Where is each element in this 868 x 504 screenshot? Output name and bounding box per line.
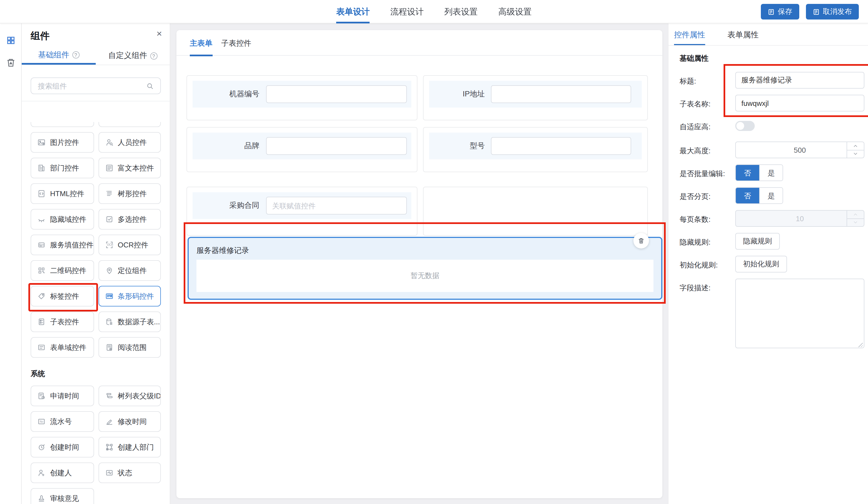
component-item-server-fill[interactable]: 服务填值控件 <box>31 234 94 255</box>
form-field-ip-address[interactable]: IP地址 <box>423 75 648 120</box>
stepper-down-button[interactable] <box>847 150 864 158</box>
component-item-barcode[interactable]: 条形码控件 <box>98 286 161 306</box>
system-item-audit-opinion[interactable]: 审核意见 <box>31 488 94 504</box>
title-input[interactable] <box>735 72 864 89</box>
subtable-name-input[interactable] <box>735 95 864 111</box>
prop-row-hide-rule: 隐藏规则: 隐藏规则 <box>680 233 868 250</box>
component-item-label: 定位组件 <box>118 265 147 275</box>
section-basic-properties: 基础属性 <box>680 53 868 63</box>
component-item-multiselect[interactable]: 多选控件 <box>98 209 161 230</box>
tab-subtable-controls[interactable]: 子表控件 <box>221 39 251 55</box>
component-item-clipped[interactable] <box>31 122 94 127</box>
component-item-location[interactable]: 定位组件 <box>98 260 161 281</box>
field-description-textarea[interactable] <box>735 279 864 348</box>
component-item-person[interactable]: 人员控件 <box>98 132 161 153</box>
system-item-status[interactable]: 状态 <box>98 463 161 483</box>
component-item-datasource-subtable[interactable]: 数据源子表... <box>98 312 161 332</box>
system-item-tree-parent-id[interactable]: 树列表父级ID <box>98 386 161 406</box>
system-item-serial-number[interactable]: 流水号 <box>31 411 94 432</box>
top-bar: 表单设计 流程设计 列表设置 高级设置 保存 取消发布 <box>0 0 868 23</box>
machine-no-input[interactable] <box>266 85 407 103</box>
left-rail <box>0 23 22 504</box>
component-item-label: 树形控件 <box>118 189 147 199</box>
component-item-qrcode[interactable]: 二维码控件 <box>31 260 94 281</box>
batch-edit-yes-option[interactable]: 是 <box>759 165 783 181</box>
save-button[interactable]: 保存 <box>761 4 799 20</box>
document-icon <box>812 8 819 15</box>
top-actions: 保存 取消发布 <box>761 4 859 20</box>
purchase-contract-input[interactable] <box>266 197 407 214</box>
subform-widget[interactable]: 服务器维修记录 暂无数据 <box>188 237 662 300</box>
system-section-title: 系统 <box>31 369 161 379</box>
paginate-yes-option[interactable]: 是 <box>759 188 783 203</box>
prop-label: 标题: <box>680 72 735 89</box>
maxheight-input[interactable] <box>736 142 864 158</box>
ip-address-input[interactable] <box>491 85 631 103</box>
component-item-tree[interactable]: 树形控件 <box>98 183 161 204</box>
hide-rule-button[interactable]: 隐藏规则 <box>735 233 780 250</box>
components-tabs: 基础组件 ? 自定义组件 ? <box>22 47 170 65</box>
component-item-form-field[interactable]: 表单域控件 <box>31 337 94 358</box>
tab-form-properties[interactable]: 表单属性 <box>727 30 758 46</box>
component-item-ocr[interactable]: OCR控件 <box>98 234 161 255</box>
tab-list-settings[interactable]: 列表设置 <box>444 0 478 23</box>
form-field-brand[interactable]: 品牌 <box>186 127 417 172</box>
delete-subform-button[interactable] <box>633 233 649 249</box>
stepper-up-button[interactable] <box>847 142 864 150</box>
brand-input[interactable] <box>266 137 407 155</box>
component-list: 图片控件 人员控件 部门控件 富文本控件 HTML控件 树形控件 隐藏域控件 多… <box>22 122 170 504</box>
system-item-create-time[interactable]: 创建时间 <box>31 437 94 457</box>
system-item-apply-time[interactable]: 申请时间 <box>31 386 94 406</box>
component-item-label: 状态 <box>118 468 132 478</box>
question-circle-icon[interactable]: ? <box>150 52 157 59</box>
perpage-stepper <box>735 210 864 227</box>
autoheight-toggle[interactable] <box>735 121 755 131</box>
close-icon[interactable]: × <box>156 28 162 40</box>
recycle-bin-icon[interactable] <box>5 57 16 68</box>
component-item-hidden-field[interactable]: 隐藏域控件 <box>31 209 94 230</box>
component-item-clipped[interactable] <box>98 122 161 127</box>
system-item-creator[interactable]: 创建人 <box>31 463 94 483</box>
component-item-label: 创建人部门 <box>118 442 154 452</box>
model-input[interactable] <box>491 137 631 155</box>
component-item-label: OCR控件 <box>118 240 148 250</box>
prop-label: 自适应高: <box>680 118 735 132</box>
component-item-label: 部门控件 <box>50 163 79 173</box>
batch-edit-no-option[interactable]: 否 <box>736 165 759 181</box>
component-item-read-scope[interactable]: 阅读范围 <box>98 337 161 358</box>
form-field-empty[interactable] <box>423 187 648 236</box>
paginate-no-option[interactable]: 否 <box>736 188 759 203</box>
component-item-richtext[interactable]: 富文本控件 <box>98 158 161 178</box>
save-button-label: 保存 <box>778 7 792 17</box>
system-item-modify-time[interactable]: 修改时间 <box>98 411 161 432</box>
canvas-tabs: 主表单 子表控件 <box>176 30 662 56</box>
components-grid-icon[interactable] <box>6 36 15 45</box>
tab-basic-components[interactable]: 基础组件 ? <box>22 47 96 64</box>
tab-process-design[interactable]: 流程设计 <box>391 0 424 23</box>
tab-control-properties[interactable]: 控件属性 <box>674 30 705 46</box>
component-item-label: 服务填值控件 <box>50 240 93 250</box>
component-item-label: 表单域控件 <box>50 342 86 352</box>
tab-form-design[interactable]: 表单设计 <box>337 0 370 23</box>
tab-advanced-settings[interactable]: 高级设置 <box>498 0 532 23</box>
component-item-image[interactable]: 图片控件 <box>31 132 94 153</box>
prop-label: 子表名称: <box>680 95 735 111</box>
component-item-subtable[interactable]: 子表控件 <box>31 312 94 332</box>
component-item-department[interactable]: 部门控件 <box>31 158 94 178</box>
form-field-machine-no[interactable]: 机器编号 <box>186 75 417 120</box>
question-circle-icon[interactable]: ? <box>72 51 79 59</box>
tab-main-form[interactable]: 主表单 <box>190 39 212 55</box>
component-item-label: 修改时间 <box>118 416 147 426</box>
tab-custom-components[interactable]: 自定义组件 ? <box>96 47 170 64</box>
prop-row-autoheight: 自适应高: <box>680 118 868 132</box>
component-item-html[interactable]: HTML控件 <box>31 183 94 204</box>
form-field-model[interactable]: 型号 <box>423 127 648 172</box>
unpublish-button[interactable]: 取消发布 <box>806 4 859 20</box>
component-item-tag[interactable]: 标签控件 <box>31 286 94 306</box>
system-item-creator-dept[interactable]: 创建人部门 <box>98 437 161 457</box>
search-input[interactable] <box>31 78 161 94</box>
prop-row-batch-edit: 是否批量编辑: 否 是 <box>680 164 868 181</box>
form-designer-app: 表单设计 流程设计 列表设置 高级设置 保存 取消发布 组件 × <box>0 0 868 504</box>
form-field-purchase-contract[interactable]: 采购合同 <box>186 187 417 236</box>
init-rule-button[interactable]: 初始化规则 <box>735 256 787 272</box>
